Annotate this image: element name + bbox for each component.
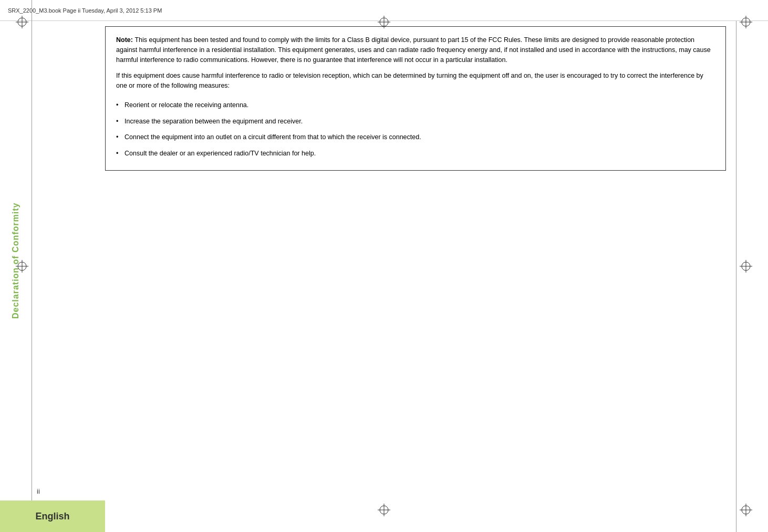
reg-mark-top-right xyxy=(740,16,752,28)
bullet-item-0: Reorient or relocate the receiving anten… xyxy=(116,97,715,113)
note-paragraph-2: If this equipment does cause harmful int… xyxy=(116,71,715,91)
left-border-line xyxy=(32,0,32,532)
bullet-list: Reorient or relocate the receiving anten… xyxy=(116,97,715,162)
note-paragraph-1-text: This equipment has been tested and found… xyxy=(116,36,711,64)
note-box: Note: This equipment has been tested and… xyxy=(105,26,726,171)
reg-mark-top-left xyxy=(16,16,28,28)
bullet-item-1: Increase the separation between the equi… xyxy=(116,113,715,130)
side-label-container: Declaration of Conformity xyxy=(0,105,32,427)
bullet-item-2: Connect the equipment into an outlet on … xyxy=(116,129,715,145)
english-tab[interactable]: English xyxy=(0,500,105,532)
bullet-item-3: Consult the dealer or an experienced rad… xyxy=(116,145,715,162)
main-content: Note: This equipment has been tested and… xyxy=(105,26,726,490)
note-paragraph-1: Note: This equipment has been tested and… xyxy=(116,35,715,65)
reg-mark-bottom-middle xyxy=(378,504,390,516)
note-label: Note: xyxy=(116,36,134,44)
right-border-line xyxy=(736,21,736,532)
reg-mark-middle-right xyxy=(740,260,752,273)
reg-mark-bottom-right xyxy=(740,504,752,516)
declaration-label: Declaration of Conformity xyxy=(11,214,20,319)
page-number: ii xyxy=(37,487,40,495)
header-text: SRX_2200_M3.book Page ii Tuesday, April … xyxy=(8,7,162,14)
english-tab-text: English xyxy=(35,511,69,522)
